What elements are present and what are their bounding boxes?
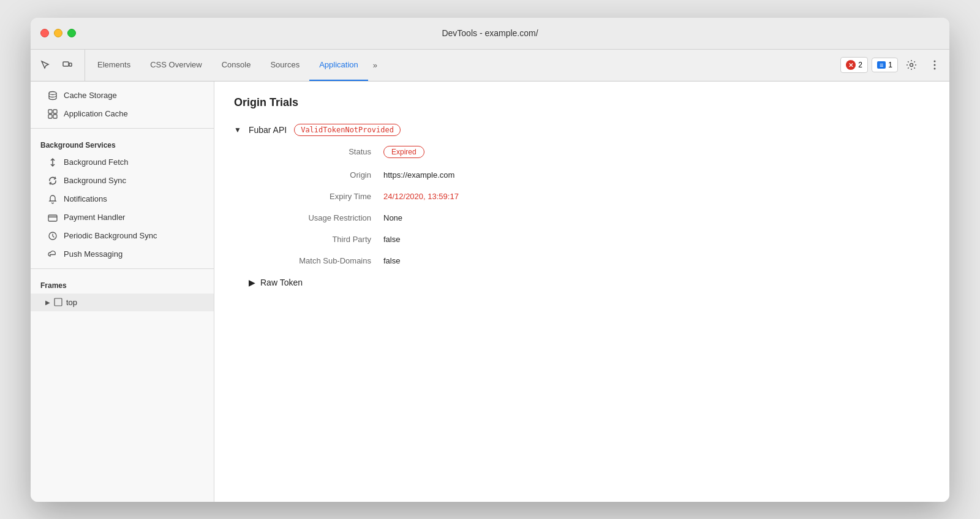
info-count: 1 — [888, 61, 892, 69]
raw-token-section: ▶ Raw Token — [249, 278, 930, 287]
sidebar-item-cache-storage[interactable]: Cache Storage — [31, 86, 214, 105]
svg-point-2 — [910, 64, 913, 67]
window-title: DevTools - example.com/ — [442, 28, 538, 38]
status-value: Expired — [383, 146, 930, 158]
clock-icon — [48, 231, 58, 241]
device-toolbar-button[interactable] — [58, 55, 77, 75]
sidebar-item-background-sync[interactable]: Background Sync — [31, 172, 214, 190]
expand-arrow-icon: ▶ — [45, 299, 50, 306]
api-name: Fubar API — [249, 125, 287, 135]
sidebar: Cache Storage Application Cache Backgrou… — [31, 81, 214, 502]
svg-point-6 — [49, 91, 56, 94]
error-badge: ✕ — [846, 60, 856, 70]
usage-restriction-value: None — [383, 213, 930, 222]
inspect-element-button[interactable] — [36, 55, 55, 75]
tab-elements[interactable]: Elements — [88, 50, 140, 81]
toolbar-left-controls — [36, 50, 85, 81]
info-count-button[interactable]: ≡ 1 — [872, 58, 898, 72]
titlebar: DevTools - example.com/ — [31, 18, 949, 50]
application-cache-label: Application Cache — [64, 109, 128, 118]
more-tabs-button[interactable]: » — [368, 50, 382, 81]
sidebar-item-background-fetch[interactable]: Background Fetch — [31, 153, 214, 172]
arrows-updown-icon — [48, 157, 58, 167]
periodic-background-sync-label: Periodic Background Sync — [64, 231, 157, 240]
status-label: Status — [249, 146, 383, 158]
svg-point-4 — [934, 64, 936, 66]
origin-value: https://example.com — [383, 170, 930, 180]
expiry-time-value: 24/12/2020, 13:59:17 — [383, 192, 930, 201]
info-icon: ≡ — [877, 61, 886, 69]
api-section: ▼ Fubar API ValidTokenNotProvided Status… — [234, 124, 930, 287]
api-header: ▼ Fubar API ValidTokenNotProvided — [234, 124, 930, 136]
sync-icon — [48, 176, 58, 186]
toolbar-right-controls: ✕ 2 ≡ 1 — [840, 50, 944, 81]
svg-rect-9 — [48, 115, 52, 118]
cache-storage-label: Cache Storage — [64, 91, 117, 100]
svg-rect-11 — [48, 215, 57, 221]
main-area: Cache Storage Application Cache Backgrou… — [31, 81, 949, 502]
grid-icon — [48, 109, 58, 119]
page-title: Origin Trials — [234, 96, 930, 109]
svg-rect-0 — [63, 62, 69, 66]
close-button[interactable] — [40, 29, 49, 37]
tab-application[interactable]: Application — [309, 50, 368, 81]
svg-rect-1 — [69, 63, 72, 66]
card-icon — [48, 213, 58, 222]
divider-2 — [31, 268, 214, 269]
sidebar-item-top[interactable]: ▶ top — [31, 294, 214, 311]
database-icon — [48, 91, 58, 100]
tab-console[interactable]: Console — [212, 50, 261, 81]
toolbar-tabs: Elements CSS Overview Console Sources Ap… — [88, 50, 840, 81]
tab-css-overview[interactable]: CSS Overview — [140, 50, 212, 81]
background-services-header: Background Services — [31, 134, 214, 153]
raw-token-label: Raw Token — [260, 278, 303, 287]
content-area: Origin Trials ▼ Fubar API ValidTokenNotP… — [214, 81, 949, 502]
origin-label: Origin — [249, 170, 383, 180]
sidebar-item-notifications[interactable]: Notifications — [31, 190, 214, 208]
expiry-time-label: Expiry Time — [249, 192, 383, 201]
svg-point-3 — [934, 61, 936, 63]
status-badge: Expired — [383, 146, 424, 158]
frames-header: Frames — [31, 274, 214, 294]
payment-handler-label: Payment Handler — [64, 213, 125, 222]
settings-button[interactable] — [902, 55, 921, 75]
background-sync-label: Background Sync — [64, 176, 126, 185]
details-table: Status Expired Origin https://example.co… — [249, 146, 930, 265]
devtools-window: DevTools - example.com/ Elements CSS Ove… — [31, 18, 949, 502]
svg-rect-10 — [53, 115, 57, 118]
third-party-label: Third Party — [249, 235, 383, 244]
svg-rect-8 — [53, 110, 57, 113]
sidebar-item-push-messaging[interactable]: Push Messaging — [31, 245, 214, 263]
tab-sources[interactable]: Sources — [260, 50, 309, 81]
error-count: 2 — [858, 61, 862, 69]
error-count-button[interactable]: ✕ 2 — [840, 57, 868, 73]
expiry-time-text: 24/12/2020, 13:59:17 — [383, 192, 459, 201]
sidebar-item-payment-handler[interactable]: Payment Handler — [31, 208, 214, 227]
more-options-button[interactable] — [925, 55, 944, 75]
minimize-button[interactable] — [54, 29, 62, 37]
svg-rect-7 — [48, 110, 52, 113]
bell-icon — [48, 194, 58, 204]
divider-1 — [31, 128, 214, 129]
sidebar-item-periodic-background-sync[interactable]: Periodic Background Sync — [31, 227, 214, 245]
usage-restriction-label: Usage Restriction — [249, 213, 383, 222]
notifications-label: Notifications — [64, 194, 107, 203]
top-frame-label: top — [66, 298, 77, 307]
token-status-badge: ValidTokenNotProvided — [294, 124, 401, 136]
toolbar: Elements CSS Overview Console Sources Ap… — [31, 50, 949, 81]
third-party-value: false — [383, 235, 930, 244]
match-sub-domains-value: false — [383, 256, 930, 265]
svg-point-5 — [934, 68, 936, 70]
page-icon — [54, 298, 62, 306]
sidebar-item-application-cache[interactable]: Application Cache — [31, 105, 214, 123]
background-fetch-label: Background Fetch — [64, 157, 129, 167]
push-messaging-label: Push Messaging — [64, 249, 123, 259]
svg-rect-13 — [55, 298, 62, 306]
raw-token-arrow: ▶ — [249, 278, 255, 287]
cloud-icon — [48, 249, 58, 259]
match-sub-domains-label: Match Sub-Domains — [249, 256, 383, 265]
api-expand-arrow[interactable]: ▼ — [234, 126, 241, 134]
traffic-lights — [40, 29, 76, 37]
maximize-button[interactable] — [67, 29, 76, 37]
raw-token-header[interactable]: ▶ Raw Token — [249, 278, 930, 287]
